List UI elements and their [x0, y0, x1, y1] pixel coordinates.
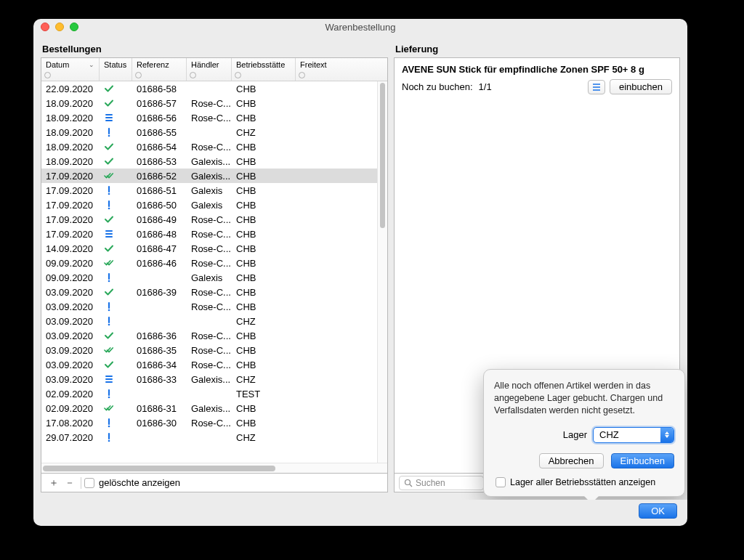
filter-icon[interactable] [190, 72, 196, 78]
cell-betrieb: CHZ [232, 430, 296, 445]
table-row[interactable]: 03.09.202001686-33Galexis...CHZ [41, 372, 377, 386]
lager-label: Lager [563, 429, 587, 440]
cell-betrieb: TEST [232, 386, 296, 401]
cell-betrieb: CHB [232, 285, 296, 299]
show-deleted-toggle[interactable]: gelöschte anzeigen [84, 477, 180, 488]
col-header-betrieb[interactable]: Betriebsstätte [232, 58, 296, 81]
cell-datum: 17.09.2020 [41, 227, 100, 241]
checkbox-icon[interactable] [84, 478, 94, 488]
cell-referenz: 01686-31 [132, 401, 187, 415]
table-row[interactable]: 29.07.2020CHZ [41, 430, 377, 445]
col-header-referenz[interactable]: Referenz [132, 58, 187, 81]
status-icon [100, 343, 132, 357]
table-row[interactable]: 17.09.202001686-48Rose-C...CHB [41, 227, 377, 241]
table-row[interactable]: 18.09.202001686-54Rose-C...CHB [41, 139, 377, 154]
cell-haendler: Rose-C... [187, 415, 232, 430]
window-controls [41, 23, 78, 31]
status-icon [100, 198, 132, 212]
scrollbar-thumb[interactable] [43, 466, 275, 471]
vertical-scrollbar[interactable] [377, 81, 387, 463]
cell-haendler [187, 125, 232, 139]
cell-referenz: 01686-49 [132, 212, 187, 227]
confirm-einbuchen-button[interactable]: Einbuchen [611, 453, 674, 468]
minimize-icon[interactable] [55, 23, 64, 31]
table-row[interactable]: 09.09.202001686-46Rose-C...CHB [41, 256, 377, 270]
add-button[interactable]: ＋ [46, 476, 62, 490]
show-all-lager-toggle[interactable]: Lager aller Betriebsstätten anzeigen [496, 477, 674, 487]
cell-datum: 14.09.2020 [41, 241, 100, 256]
ok-button[interactable]: OK [639, 503, 677, 519]
table-row[interactable]: 17.09.202001686-50GalexisCHB [41, 198, 377, 212]
cell-freitext [296, 415, 377, 430]
to-book-row: Noch zu buchen: 1/1 einbuchen [402, 79, 672, 94]
cell-betrieb: CHB [232, 110, 296, 125]
table-row[interactable]: 03.09.202001686-35Rose-C...CHB [41, 343, 377, 357]
cell-referenz: 01686-35 [132, 343, 187, 357]
table-row[interactable]: 17.08.202001686-30Rose-C...CHB [41, 415, 377, 430]
table-row[interactable]: 09.09.2020GalexisCHB [41, 270, 377, 285]
col-header-status[interactable]: Status [100, 58, 132, 81]
table-row[interactable]: 03.09.202001686-36Rose-C...CHB [41, 328, 377, 343]
cell-betrieb: CHB [232, 154, 296, 169]
table-row[interactable]: 03.09.2020CHZ [41, 314, 377, 328]
cell-datum: 02.09.2020 [41, 401, 100, 415]
cell-freitext [296, 198, 377, 212]
einbuchen-button[interactable]: einbuchen [610, 79, 672, 94]
cell-datum: 03.09.2020 [41, 328, 100, 343]
lager-select[interactable]: CHZ [593, 427, 674, 443]
table-row[interactable]: 18.09.202001686-55CHZ [41, 125, 377, 139]
bottom-bar: OK [33, 500, 687, 526]
filter-icon[interactable] [135, 72, 142, 78]
status-icon [100, 372, 132, 386]
table-row[interactable]: 17.09.202001686-51GalexisCHB [41, 183, 377, 198]
table-row[interactable]: 17.09.202001686-49Rose-C...CHB [41, 212, 377, 227]
zoom-icon[interactable] [70, 23, 78, 31]
table-row[interactable]: 18.09.202001686-53Galexis...CHB [41, 154, 377, 169]
table-row[interactable]: 14.09.202001686-47Rose-C...CHB [41, 241, 377, 256]
cell-betrieb: CHZ [232, 372, 296, 386]
filter-icon[interactable] [44, 72, 51, 78]
remove-button[interactable]: － [62, 476, 78, 490]
table-row[interactable]: 02.09.202001686-31Galexis...CHB [41, 401, 377, 415]
cell-betrieb: CHB [232, 357, 296, 372]
close-icon[interactable] [41, 23, 49, 31]
cell-haendler: Galexis... [187, 372, 232, 386]
cell-datum: 17.09.2020 [41, 169, 100, 183]
checkbox-icon[interactable] [496, 477, 506, 487]
table-row[interactable]: 18.09.202001686-57Rose-C...CHB [41, 96, 377, 110]
orders-table-header: Datum⌄ Status Referenz Händler [41, 58, 387, 81]
cell-datum: 09.09.2020 [41, 270, 100, 285]
col-header-datum[interactable]: Datum⌄ [41, 58, 100, 81]
table-row[interactable]: 03.09.2020Rose-C...CHB [41, 299, 377, 314]
cell-datum: 18.09.2020 [41, 154, 100, 169]
cell-freitext [296, 285, 377, 299]
horizontal-scrollbar[interactable] [41, 463, 387, 473]
cell-referenz: 01686-57 [132, 96, 187, 110]
filter-icon[interactable] [299, 72, 305, 78]
cell-datum: 18.09.2020 [41, 110, 100, 125]
table-row[interactable]: 02.09.2020TEST [41, 386, 377, 401]
table-row[interactable]: 17.09.202001686-52Galexis...CHB [41, 169, 377, 183]
table-row[interactable]: 03.09.202001686-34Rose-C...CHB [41, 357, 377, 372]
search-input[interactable]: Suchen [399, 476, 484, 490]
cell-referenz: 01686-58 [132, 81, 187, 96]
cell-datum: 22.09.2020 [41, 81, 100, 96]
cell-freitext [296, 227, 377, 241]
col-header-freitext[interactable]: Freitext [296, 58, 387, 81]
cancel-button[interactable]: Abbrechen [539, 453, 604, 468]
status-icon [100, 357, 132, 372]
cell-referenz: 01686-39 [132, 285, 187, 299]
cell-freitext [296, 386, 377, 401]
cell-freitext [296, 314, 377, 328]
scrollbar-thumb[interactable] [380, 83, 385, 228]
orders-title: Bestellungen [41, 39, 388, 57]
table-row[interactable]: 03.09.202001686-39Rose-C...CHB [41, 285, 377, 299]
table-row[interactable]: 22.09.202001686-58CHB [41, 81, 377, 96]
col-header-haendler[interactable]: Händler [187, 58, 232, 81]
table-row[interactable]: 18.09.202001686-56Rose-C...CHB [41, 110, 377, 125]
app-window: Warenbestellung Bestellungen Datum⌄ Stat… [33, 19, 687, 526]
status-icon [100, 81, 132, 96]
status-icon [100, 183, 132, 198]
filter-icon[interactable] [235, 72, 241, 78]
list-icon-button[interactable] [588, 80, 605, 94]
